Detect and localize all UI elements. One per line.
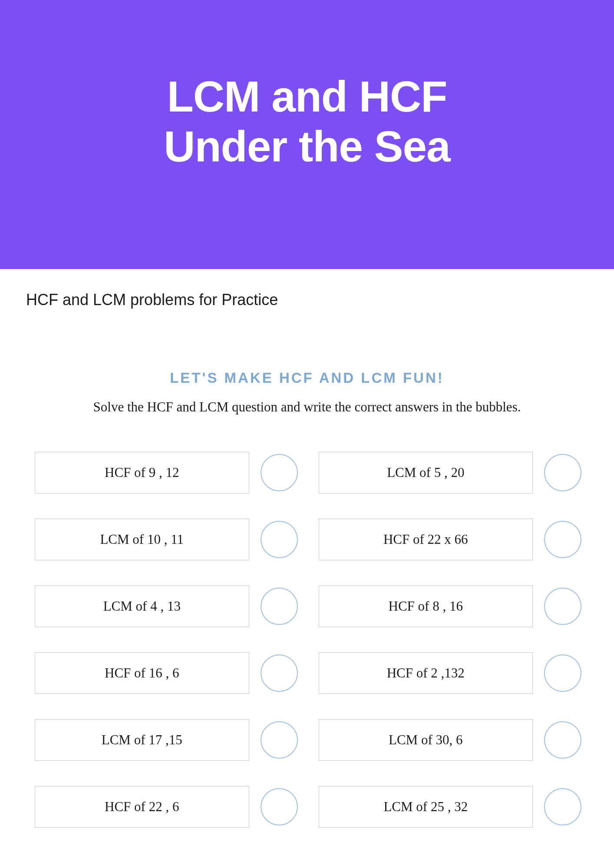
problem-box: HCF of 2 ,132 [319,652,533,694]
problem-box: LCM of 25 , 32 [319,786,533,828]
answer-bubble[interactable] [261,721,298,759]
answer-bubble[interactable] [261,788,298,825]
problem-box: LCM of 30, 6 [319,719,533,761]
problem-item: LCM of 17 ,15 [35,719,298,761]
answer-bubble[interactable] [544,721,581,759]
problem-row: LCM of 10 , 11 HCF of 22 x 66 [35,519,581,560]
problem-row: HCF of 16 , 6 HCF of 2 ,132 [35,652,581,694]
problem-row: HCF of 22 , 6 LCM of 25 , 32 [35,786,581,828]
answer-bubble[interactable] [261,454,298,491]
problem-box: LCM of 10 , 11 [35,519,249,560]
header-banner: LCM and HCF Under the Sea [0,0,614,269]
problems-grid: HCF of 9 , 12 LCM of 5 , 20 LCM of 10 , … [0,452,614,828]
answer-bubble[interactable] [261,521,298,558]
problem-item: LCM of 5 , 20 [319,452,582,493]
problem-box: LCM of 4 , 13 [35,585,249,627]
subtitle: HCF and LCM problems for Practice [0,269,614,309]
problem-item: HCF of 2 ,132 [319,652,582,694]
problem-item: HCF of 9 , 12 [35,452,298,493]
problem-box: HCF of 22 x 66 [319,519,533,560]
answer-bubble[interactable] [544,588,581,625]
problem-box: LCM of 5 , 20 [319,452,533,493]
problem-box: HCF of 8 , 16 [319,585,533,627]
instructions: Solve the HCF and LCM question and write… [0,399,614,415]
problem-box: HCF of 16 , 6 [35,652,249,694]
problem-item: LCM of 10 , 11 [35,519,298,560]
problem-row: HCF of 9 , 12 LCM of 5 , 20 [35,452,581,493]
problem-box: HCF of 22 , 6 [35,786,249,828]
problem-item: HCF of 8 , 16 [319,585,582,627]
problem-item: LCM of 30, 6 [319,719,582,761]
fun-heading: LET'S MAKE HCF AND LCM FUN! [0,370,614,386]
title-line-1: LCM and HCF [167,72,447,121]
title-line-2: Under the Sea [164,122,450,171]
problem-item: LCM of 4 , 13 [35,585,298,627]
answer-bubble[interactable] [544,521,581,558]
problem-item: HCF of 22 , 6 [35,786,298,828]
problem-item: HCF of 16 , 6 [35,652,298,694]
problem-item: LCM of 25 , 32 [319,786,582,828]
answer-bubble[interactable] [261,654,298,692]
problem-row: LCM of 4 , 13 HCF of 8 , 16 [35,585,581,627]
problem-box: LCM of 17 ,15 [35,719,249,761]
answer-bubble[interactable] [544,454,581,491]
problem-box: HCF of 9 , 12 [35,452,249,493]
page-title: LCM and HCF Under the Sea [164,72,450,171]
answer-bubble[interactable] [261,588,298,625]
problem-row: LCM of 17 ,15 LCM of 30, 6 [35,719,581,761]
answer-bubble[interactable] [544,788,581,825]
answer-bubble[interactable] [544,654,581,692]
problem-item: HCF of 22 x 66 [319,519,582,560]
